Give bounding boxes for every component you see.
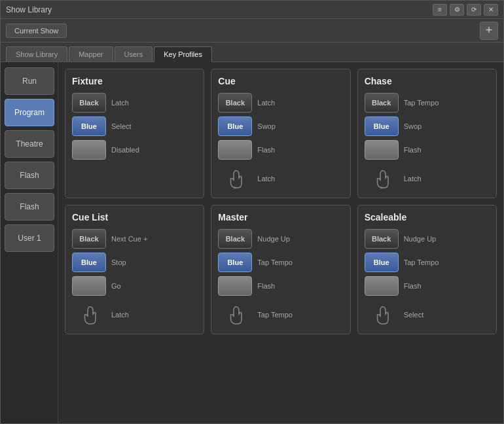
refresh-icon-btn[interactable]: ⟳ [467, 4, 481, 16]
fixture-panel: Fixture Black Latch Blue Select Disabled [65, 69, 204, 198]
fixture-row-0: Black Latch [72, 93, 197, 113]
master-blue-btn[interactable]: Blue [218, 253, 252, 272]
fixture-blank-btn[interactable] [72, 140, 106, 160]
master-flash-label: Flash [257, 282, 275, 290]
scaleable-panel: Scaleable Black Nudge Up Blue Tap Tempo … [357, 205, 497, 334]
chase-panel: Chase Black Tap Tempo Blue Swop Flash [357, 69, 497, 198]
cue-list-blank-btn[interactable] [72, 276, 106, 296]
fixture-black-btn[interactable]: Black [72, 93, 106, 113]
chase-blank-btn[interactable] [365, 140, 399, 160]
fixture-latch-label: Latch [111, 99, 129, 107]
current-show-button[interactable]: Current Show [6, 24, 67, 38]
add-button[interactable]: + [480, 22, 498, 40]
fixture-rows: Black Latch Blue Select Disabled [72, 93, 197, 160]
master-row-2: Flash [218, 276, 343, 296]
gear-icon-btn[interactable]: ⚙ [450, 4, 464, 16]
master-black-btn[interactable]: Black [218, 229, 252, 249]
chase-rows: Black Tap Tempo Blue Swop Flash [365, 93, 490, 191]
chase-hand-label: Latch [404, 175, 422, 183]
master-row-0: Black Nudge Up [218, 229, 343, 249]
scaleable-panel-title: Scaleable [365, 212, 490, 222]
chase-row-1: Blue Swop [365, 116, 490, 136]
cue-row-2: Flash [218, 140, 343, 160]
master-blank-btn[interactable] [218, 276, 252, 296]
main-window: Show Library ≡ ⚙ ⟳ ✕ Current Show + Show… [0, 0, 504, 424]
sidebar-item-user1[interactable]: User 1 [5, 224, 54, 252]
chase-blue-btn[interactable]: Blue [365, 116, 399, 136]
cue-row-1: Blue Swop [218, 116, 343, 136]
tab-show-library[interactable]: Show Library [6, 46, 67, 62]
cue-panel: Cue Black Latch Blue Swop Flash [211, 69, 350, 198]
chase-row-2: Flash [365, 140, 490, 160]
svg-point-1 [380, 186, 383, 189]
scaleable-blue-btn[interactable]: Blue [365, 253, 399, 272]
cue-blank-btn[interactable] [218, 140, 252, 160]
list-icon-btn[interactable]: ≡ [433, 4, 447, 16]
scaleable-blank-btn[interactable] [365, 276, 399, 296]
fixture-select-label: Select [111, 122, 132, 130]
sidebar: Run Program Theatre Flash Flash User 1 [1, 62, 58, 423]
master-panel-title: Master [218, 212, 343, 222]
cue-rows: Black Latch Blue Swop Flash [218, 93, 343, 191]
cue-black-btn[interactable]: Black [218, 93, 252, 113]
scaleable-flash-label: Flash [404, 282, 422, 290]
cue-list-stop-label: Stop [111, 258, 126, 266]
chase-flash-label: Flash [404, 146, 422, 154]
cue-hand-icon [218, 166, 252, 191]
cue-list-hand-label: Latch [111, 311, 129, 319]
cue-list-hand-icon [72, 302, 106, 327]
master-nudge-label: Nudge Up [257, 235, 290, 243]
top-bar: Current Show + [1, 19, 503, 43]
chase-panel-title: Chase [365, 76, 490, 86]
chase-swop-label: Swop [404, 122, 422, 130]
fixture-disabled-label: Disabled [111, 146, 139, 154]
scaleable-black-btn[interactable]: Black [365, 229, 399, 249]
close-icon-btn[interactable]: ✕ [484, 4, 498, 16]
window-title: Show Library [6, 5, 433, 14]
sidebar-item-flash1[interactable]: Flash [5, 162, 54, 189]
cue-list-black-btn[interactable]: Black [72, 229, 106, 249]
master-rows: Black Nudge Up Blue Tap Tempo Flash [218, 229, 343, 327]
chase-row-0: Black Tap Tempo [365, 93, 490, 113]
chase-tap-label: Tap Tempo [404, 99, 439, 107]
sidebar-item-run[interactable]: Run [5, 67, 54, 95]
tab-mapper[interactable]: Mapper [69, 46, 113, 62]
master-tap-label: Tap Tempo [257, 258, 293, 266]
sidebar-item-theatre[interactable]: Theatre [5, 130, 54, 158]
svg-point-0 [234, 186, 236, 189]
cue-list-row-1: Blue Stop [72, 253, 197, 272]
sidebar-item-flash2[interactable]: Flash [5, 193, 54, 221]
master-hand-label: Tap Tempo [257, 311, 293, 319]
tab-users[interactable]: Users [115, 46, 153, 62]
main-content: Run Program Theatre Flash Flash User 1 F… [1, 62, 503, 423]
cue-latch-label: Latch [257, 99, 275, 107]
scaleable-row-1: Blue Tap Tempo [365, 253, 490, 272]
cue-list-rows: Black Next Cue + Blue Stop Go [72, 229, 197, 327]
cue-list-panel-title: Cue List [72, 212, 197, 222]
cue-list-go-label: Go [111, 282, 121, 290]
cue-list-row-2: Go [72, 276, 197, 296]
master-panel: Master Black Nudge Up Blue Tap Tempo Fla… [211, 205, 350, 334]
cue-blue-btn[interactable]: Blue [218, 116, 252, 136]
scaleable-tap-label: Tap Tempo [404, 258, 439, 266]
fixture-blue-btn[interactable]: Blue [72, 116, 106, 136]
fixture-row-2: Disabled [72, 140, 197, 160]
master-hand-row: Tap Tempo [218, 302, 343, 327]
master-hand-icon [218, 302, 252, 327]
scaleable-hand-label: Select [404, 311, 424, 319]
cue-list-hand-row: Latch [72, 302, 197, 327]
scaleable-rows: Black Nudge Up Blue Tap Tempo Flash [365, 229, 490, 327]
sidebar-item-program[interactable]: Program [5, 99, 54, 126]
title-bar: Show Library ≡ ⚙ ⟳ ✕ [1, 1, 503, 19]
master-row-1: Blue Tap Tempo [218, 253, 343, 272]
cue-flash-label: Flash [257, 146, 275, 154]
tabs-bar: Show Library Mapper Users Key Profiles [1, 43, 503, 62]
cue-hand-label: Latch [257, 175, 275, 183]
content-area: Fixture Black Latch Blue Select Disabled [58, 62, 503, 423]
cue-list-panel: Cue List Black Next Cue + Blue Stop Go [65, 205, 204, 334]
chase-black-btn[interactable]: Black [365, 93, 399, 113]
fixture-panel-title: Fixture [72, 76, 197, 86]
tab-key-profiles[interactable]: Key Profiles [154, 46, 212, 62]
cue-list-blue-btn[interactable]: Blue [72, 253, 106, 272]
cue-row-0: Black Latch [218, 93, 343, 113]
